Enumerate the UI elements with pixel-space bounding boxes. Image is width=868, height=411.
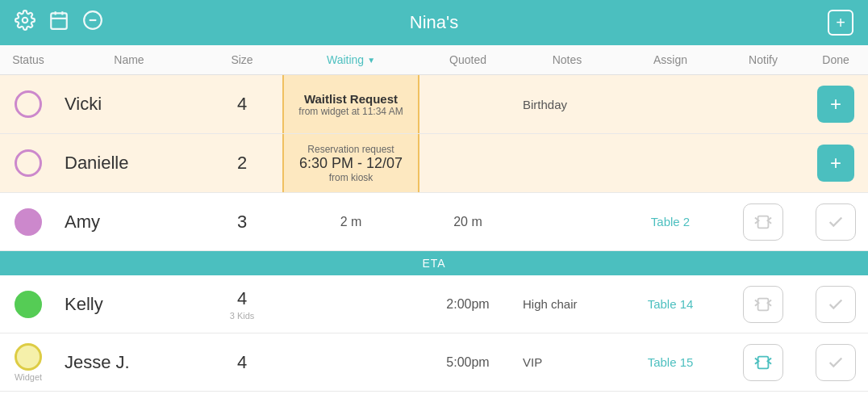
notify-cell-kelly bbox=[723, 283, 803, 326]
quoted-cell-amy: 20 m bbox=[419, 208, 516, 236]
name-cell-jesse: Jesse J. bbox=[56, 346, 202, 380]
calendar-icon[interactable] bbox=[48, 10, 69, 36]
table-row: Amy 3 2 m 20 m Table 2 bbox=[0, 193, 868, 251]
waiting-cell-danielle: Reservation request 6:30 PM - 12/07 from… bbox=[282, 134, 419, 192]
assign-label-amy: Table 2 bbox=[651, 215, 690, 229]
svg-rect-1 bbox=[51, 13, 67, 29]
header-title: Nina's bbox=[410, 12, 458, 33]
col-quoted: Quoted bbox=[419, 53, 516, 66]
name-cell-kelly: Kelly bbox=[56, 287, 202, 321]
header: Nina's + bbox=[0, 0, 868, 45]
col-assign: Assign bbox=[618, 53, 723, 66]
notify-cell-jesse bbox=[723, 341, 803, 384]
col-done: Done bbox=[803, 53, 868, 66]
assign-label-jesse: Table 15 bbox=[648, 355, 694, 369]
quoted-cell-jesse: 5:00pm bbox=[419, 349, 516, 376]
col-notes: Notes bbox=[516, 53, 618, 66]
status-cell-kelly bbox=[0, 284, 56, 325]
reservation-time: 6:30 PM - 12/07 bbox=[299, 155, 403, 172]
reservation-title: Reservation request bbox=[307, 144, 394, 155]
waiting-cell-amy: 2 m bbox=[282, 208, 419, 236]
notes-cell-vicki: Birthday bbox=[516, 91, 618, 118]
status-circle-danielle bbox=[15, 149, 42, 177]
status-cell-amy bbox=[0, 202, 56, 242]
status-cell-danielle bbox=[0, 143, 56, 183]
done-cell-kelly bbox=[803, 283, 868, 326]
notify-button-kelly[interactable] bbox=[743, 286, 783, 323]
done-cell-jesse bbox=[803, 341, 868, 384]
status-circle-amy bbox=[15, 208, 42, 236]
svg-rect-9 bbox=[758, 356, 769, 368]
quoted-cell-vicki bbox=[419, 98, 516, 111]
done-plus-vicki[interactable]: + bbox=[817, 86, 854, 123]
notes-cell-jesse: VIP bbox=[516, 349, 618, 375]
assign-cell-kelly: Table 14 bbox=[618, 291, 723, 317]
status-cell-jesse: Widget bbox=[0, 337, 56, 388]
assign-label-kelly: Table 14 bbox=[648, 297, 694, 311]
assign-cell-amy: Table 2 bbox=[618, 208, 723, 235]
status-circle-vicki bbox=[15, 90, 42, 118]
table-row: Widget Jesse J. 4 5:00pm VIP Table 15 bbox=[0, 333, 868, 392]
svg-rect-7 bbox=[758, 216, 769, 228]
name-cell-danielle: Danielle bbox=[56, 146, 202, 180]
waitlist-sub: from widget at 11:34 AM bbox=[298, 106, 403, 117]
col-size: Size bbox=[202, 53, 282, 66]
status-circle-kelly bbox=[15, 291, 42, 318]
notify-cell-danielle bbox=[723, 157, 803, 170]
col-name: Name bbox=[56, 53, 202, 66]
waiting-cell-kelly bbox=[282, 298, 419, 311]
quoted-cell-danielle bbox=[419, 157, 516, 170]
minus-circle-icon[interactable] bbox=[82, 10, 103, 36]
notify-cell-amy bbox=[723, 200, 803, 244]
notify-button-jesse[interactable] bbox=[743, 344, 783, 381]
app-container: Nina's + Status Name Size Waiting ▼ Quot… bbox=[0, 0, 868, 411]
size-cell-vicki: 4 bbox=[202, 87, 282, 121]
table-row: Danielle 2 Reservation request 6:30 PM -… bbox=[0, 134, 868, 193]
col-status: Status bbox=[0, 53, 56, 66]
done-cell-vicki[interactable]: + bbox=[803, 79, 868, 129]
svg-rect-8 bbox=[758, 298, 769, 310]
done-button-amy[interactable] bbox=[816, 203, 856, 241]
header-left bbox=[15, 10, 103, 36]
quoted-cell-kelly: 2:00pm bbox=[419, 291, 516, 318]
reservation-sub: from kiosk bbox=[329, 172, 373, 183]
size-cell-kelly: 4 3 Kids bbox=[202, 282, 282, 327]
name-cell-amy: Amy bbox=[56, 205, 202, 239]
waiting-sort-arrow: ▼ bbox=[367, 56, 375, 65]
eta-separator: ETA bbox=[0, 251, 868, 275]
notes-cell-kelly: High chair bbox=[516, 291, 618, 317]
size-cell-danielle: 2 bbox=[202, 146, 282, 180]
widget-label-jesse: Widget bbox=[15, 372, 42, 382]
done-plus-danielle[interactable]: + bbox=[817, 145, 854, 182]
assign-cell-vicki bbox=[618, 98, 723, 111]
status-cell-vicki bbox=[0, 84, 56, 124]
name-cell-vicki: Vicki bbox=[56, 87, 202, 121]
notes-cell-danielle bbox=[516, 157, 618, 170]
assign-cell-danielle bbox=[618, 157, 723, 170]
size-cell-jesse: 4 bbox=[202, 346, 282, 380]
col-notify: Notify bbox=[723, 53, 803, 66]
status-circle-jesse bbox=[15, 343, 42, 371]
settings-icon[interactable] bbox=[15, 10, 35, 36]
done-button-kelly[interactable] bbox=[816, 286, 856, 323]
done-cell-danielle[interactable]: + bbox=[803, 138, 868, 188]
table-row: Kelly 4 3 Kids 2:00pm High chair Table 1… bbox=[0, 275, 868, 333]
done-cell-amy bbox=[803, 200, 868, 244]
done-button-jesse[interactable] bbox=[816, 344, 856, 381]
add-button[interactable]: + bbox=[828, 10, 853, 36]
notify-cell-vicki bbox=[723, 98, 803, 111]
size-cell-amy: 3 bbox=[202, 205, 282, 239]
waitlist-title: Waitlist Request bbox=[304, 92, 398, 106]
notes-cell-amy bbox=[516, 216, 618, 229]
svg-point-0 bbox=[23, 18, 28, 23]
table-body: Vicki 4 Waitlist Request from widget at … bbox=[0, 75, 868, 411]
assign-cell-jesse: Table 15 bbox=[618, 349, 723, 375]
col-waiting[interactable]: Waiting ▼ bbox=[282, 53, 419, 66]
notify-button-amy[interactable] bbox=[743, 203, 783, 241]
table-row: Vicki 4 Waitlist Request from widget at … bbox=[0, 75, 868, 134]
waiting-cell-vicki: Waitlist Request from widget at 11:34 AM bbox=[282, 75, 419, 133]
column-headers: Status Name Size Waiting ▼ Quoted Notes … bbox=[0, 45, 868, 75]
waiting-cell-jesse bbox=[282, 356, 419, 369]
